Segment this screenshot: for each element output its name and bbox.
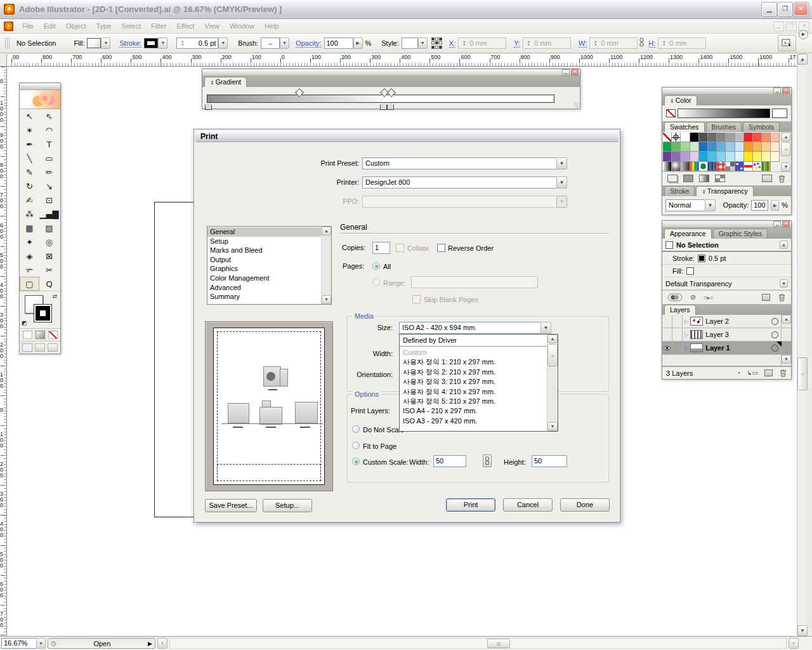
lock-toggle[interactable] bbox=[672, 328, 683, 341]
swatch[interactable] bbox=[735, 133, 744, 142]
swatch[interactable] bbox=[744, 162, 753, 171]
size-option[interactable]: 사용자 정의 2: 210 x 297 mm. bbox=[400, 368, 547, 377]
palette-title-strip[interactable]: ▁ ✕ bbox=[662, 221, 791, 228]
chevron-down-icon[interactable]: ▼ bbox=[556, 176, 567, 189]
swatch[interactable] bbox=[753, 142, 762, 152]
opacity-popup-icon[interactable]: ▶ bbox=[771, 200, 779, 211]
swatch[interactable] bbox=[663, 162, 672, 171]
vertical-scrollbar[interactable]: ▲ ≡ ▼ bbox=[797, 54, 807, 636]
layer-name[interactable]: Layer 2 bbox=[705, 317, 729, 325]
layer-name[interactable]: Layer 3 bbox=[705, 331, 729, 338]
warp-tool[interactable]: ✍ bbox=[20, 193, 39, 207]
scissors-tool[interactable]: ✂ bbox=[39, 263, 59, 277]
fit-to-page-radio[interactable] bbox=[352, 442, 360, 449]
print-section-item[interactable]: Output bbox=[207, 255, 321, 265]
menu-item[interactable]: Type bbox=[91, 21, 117, 31]
menu-item[interactable]: View bbox=[199, 21, 225, 31]
toolbox-title-strip[interactable] bbox=[20, 83, 60, 90]
scale-link-icon[interactable] bbox=[483, 454, 492, 467]
size-option[interactable]: Defined by Driver bbox=[400, 335, 547, 347]
stroke-dropdown-icon[interactable]: ▼ bbox=[158, 37, 167, 49]
vertical-ruler[interactable]: 0100090080070060050040030020010001002003… bbox=[0, 67, 7, 636]
print-section-item[interactable]: Graphics bbox=[207, 264, 321, 274]
tab-graphic-styles[interactable]: Graphic Styles bbox=[713, 229, 768, 239]
chevron-down-icon[interactable]: ▼ bbox=[556, 157, 567, 169]
slice-tool[interactable]: ✃ bbox=[20, 263, 39, 277]
y-link[interactable]: Y: bbox=[514, 39, 520, 48]
swatch[interactable] bbox=[672, 152, 681, 161]
status-field[interactable]: ◷ Open ▶ bbox=[48, 638, 155, 649]
visibility-toggle[interactable] bbox=[662, 315, 672, 328]
scroll-up-icon[interactable]: ▲ bbox=[782, 315, 791, 324]
tab-stroke[interactable]: Stroke bbox=[664, 186, 695, 196]
free-transform-tool[interactable]: ⊡ bbox=[39, 193, 59, 207]
gradient-ramp[interactable] bbox=[207, 95, 554, 103]
scroll-left-icon[interactable]: ‹ bbox=[157, 638, 167, 649]
palette-menu-icon[interactable]: ▶ bbox=[799, 30, 808, 39]
swatch[interactable] bbox=[699, 133, 708, 142]
palette-title-strip[interactable]: ▁ ✕ bbox=[662, 88, 791, 95]
menu-item[interactable]: Filter bbox=[146, 21, 171, 31]
gradient-mode-button[interactable] bbox=[36, 331, 45, 339]
scrollbar-thumb[interactable]: ≡ bbox=[781, 142, 790, 156]
create-sublayer-icon[interactable]: ↳▭ bbox=[747, 369, 758, 376]
swatch[interactable] bbox=[681, 152, 690, 161]
swatch[interactable] bbox=[672, 133, 681, 142]
minimize-button[interactable]: ▁ bbox=[762, 3, 776, 16]
layer-row-selected[interactable]: ▷ Layer 1 bbox=[662, 342, 791, 355]
gradient-stop[interactable] bbox=[380, 102, 387, 110]
swatch[interactable] bbox=[744, 152, 753, 161]
zoom-level-combo[interactable]: 16.67% ▼ bbox=[1, 638, 46, 649]
swatch[interactable] bbox=[735, 142, 744, 152]
setup-button[interactable]: Setup... bbox=[263, 499, 312, 512]
fill-dropdown-icon[interactable]: ▼ bbox=[101, 37, 110, 49]
swatch[interactable] bbox=[690, 133, 699, 142]
layer-name[interactable]: Layer 1 bbox=[705, 344, 730, 352]
copies-field[interactable]: 1 bbox=[372, 242, 390, 254]
print-dialog-title[interactable]: Print bbox=[195, 131, 619, 142]
cancel-button[interactable]: Cancel bbox=[503, 498, 553, 512]
print-section-item[interactable]: Advanced bbox=[207, 283, 321, 293]
blend-tool[interactable]: ◎ bbox=[39, 235, 59, 249]
brush-dropdown-icon[interactable]: ▼ bbox=[280, 37, 289, 49]
scale-tool[interactable]: ↘ bbox=[39, 179, 59, 193]
menu-item[interactable]: File bbox=[17, 21, 39, 31]
w-link[interactable]: W: bbox=[579, 39, 587, 48]
swatch[interactable] bbox=[699, 152, 708, 161]
reference-point-icon[interactable] bbox=[431, 37, 443, 49]
swatch[interactable] bbox=[717, 142, 726, 152]
expand-triangle-icon[interactable]: ▷ bbox=[684, 319, 688, 324]
swatch[interactable] bbox=[672, 142, 681, 152]
swatch[interactable] bbox=[753, 152, 762, 161]
tab-symbols[interactable]: Symbols bbox=[743, 122, 780, 132]
swatch[interactable] bbox=[708, 142, 717, 152]
live-paint-bucket-tool[interactable]: ◈ bbox=[20, 249, 39, 263]
swatch[interactable] bbox=[717, 162, 726, 171]
swatch[interactable] bbox=[690, 142, 699, 152]
tab-layers[interactable]: Layers bbox=[664, 305, 696, 315]
swatch[interactable] bbox=[708, 162, 717, 171]
swatch[interactable] bbox=[726, 162, 735, 171]
target-circle-icon[interactable] bbox=[771, 331, 778, 338]
zoom-tool[interactable]: Q bbox=[39, 277, 59, 291]
style-dropdown-icon[interactable]: ▼ bbox=[418, 37, 428, 49]
workspace-button[interactable] bbox=[778, 35, 796, 51]
scroll-down-icon[interactable]: ▼ bbox=[797, 625, 808, 636]
rotate-tool[interactable]: ↻ bbox=[20, 179, 39, 193]
show-gradient-swatches-icon[interactable] bbox=[699, 175, 709, 182]
spinner-icon[interactable]: ▲▼ bbox=[179, 38, 186, 48]
chevron-down-icon[interactable]: ▼ bbox=[705, 199, 716, 211]
save-preset-button[interactable]: Save Preset... bbox=[205, 499, 257, 512]
swatch[interactable] bbox=[762, 162, 771, 171]
x-link[interactable]: X: bbox=[449, 39, 455, 48]
resize-grip-icon[interactable] bbox=[573, 102, 579, 107]
scroll-down-icon[interactable]: ▼ bbox=[781, 162, 790, 171]
menu-item[interactable]: Help bbox=[259, 21, 284, 31]
swatch[interactable] bbox=[690, 152, 699, 161]
selection-tool[interactable]: ↖ bbox=[20, 109, 39, 123]
scrollbar-thumb[interactable]: ≡ bbox=[547, 344, 558, 367]
swap-fill-stroke-icon[interactable]: ⇄ bbox=[52, 293, 57, 300]
scrollbar-thumb[interactable]: ≡ bbox=[797, 357, 808, 390]
menu-item[interactable]: Object bbox=[61, 21, 91, 31]
size-option[interactable]: 사용자 정의 4: 210 x 297 mm. bbox=[400, 387, 547, 397]
